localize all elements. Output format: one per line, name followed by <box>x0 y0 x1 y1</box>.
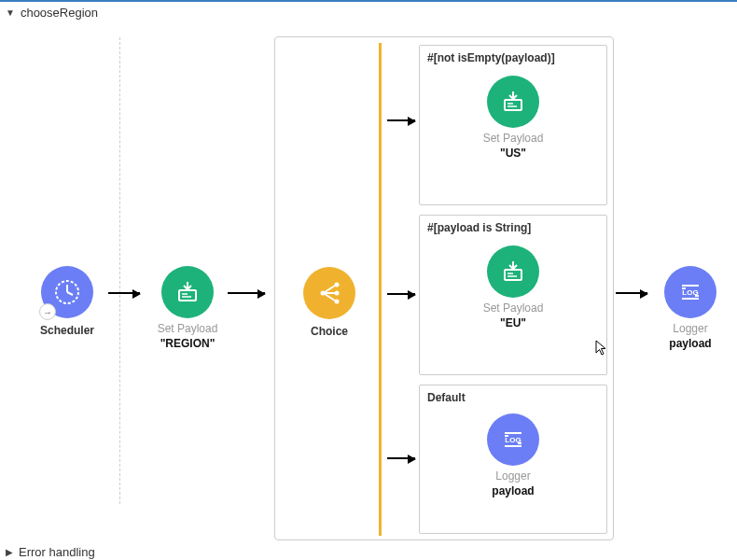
svg-rect-3 <box>179 290 196 301</box>
choice-label: Choice <box>292 325 367 338</box>
collapse-icon[interactable]: ▼ <box>6 7 15 18</box>
arrow-branch1 <box>387 119 415 121</box>
svg-line-10 <box>325 286 335 292</box>
branch1-set-payload-node[interactable]: Set Payload "US" <box>420 76 606 160</box>
choice-divider <box>379 43 382 536</box>
arrow-final <box>616 292 647 294</box>
logger-final-value: payload <box>655 337 726 350</box>
svg-point-8 <box>335 291 340 296</box>
set-payload-icon <box>487 76 539 128</box>
expand-icon[interactable]: ▶ <box>6 547 13 557</box>
scheduler-badge-icon: → <box>39 303 56 320</box>
scheduler-node[interactable]: → Scheduler <box>30 266 104 337</box>
branch1-title: #[not isEmpty(payload)] <box>420 46 606 70</box>
choice-scope: Choice #[not isEmpty(payload)] Set Paylo <box>274 36 614 540</box>
branch-box-2[interactable]: #[payload is String] Set Payload "EU" <box>419 215 607 375</box>
flow-divider <box>119 37 120 504</box>
branch-box-default[interactable]: Default LOG Logger payload <box>419 385 607 534</box>
set-payload-icon <box>161 266 214 318</box>
logger-icon: LOG <box>664 266 716 318</box>
flow-name-label: chooseRegion <box>21 6 98 20</box>
svg-rect-27 <box>682 287 686 289</box>
default-sublabel: Logger <box>420 469 606 483</box>
svg-rect-28 <box>695 295 699 297</box>
default-title: Default <box>420 385 606 410</box>
arrow-branch2 <box>387 293 415 295</box>
error-handling-header[interactable]: ▶ Error handling <box>0 541 737 560</box>
logger-final-sublabel: Logger <box>655 322 726 335</box>
default-value: payload <box>420 484 606 497</box>
branch2-set-payload-node[interactable]: Set Payload "EU" <box>420 245 606 329</box>
set-payload-icon <box>487 245 539 298</box>
svg-line-2 <box>67 292 73 295</box>
arrow-default <box>387 457 415 459</box>
svg-rect-13 <box>505 100 521 110</box>
set-payload-region-sublabel: Set Payload <box>147 322 228 335</box>
choice-node[interactable]: Choice <box>292 267 367 338</box>
set-payload-region-value: "REGION" <box>147 337 228 350</box>
svg-rect-22 <box>505 435 508 437</box>
default-logger-node[interactable]: LOG Logger payload <box>420 413 606 497</box>
logger-icon: LOG <box>487 413 539 466</box>
svg-rect-23 <box>518 442 521 444</box>
arrow-2 <box>228 292 265 294</box>
scheduler-icon: → <box>41 266 93 318</box>
svg-rect-16 <box>505 270 521 280</box>
scheduler-label: Scheduler <box>30 324 104 337</box>
svg-line-12 <box>325 294 335 301</box>
choice-icon <box>303 267 355 319</box>
flow-header[interactable]: ▼ chooseRegion <box>0 2 737 23</box>
error-handling-label: Error handling <box>19 545 95 559</box>
arrow-1 <box>108 292 140 294</box>
flow-canvas: → Scheduler Set Payload "REGION" <box>0 23 737 541</box>
branch-box-1[interactable]: #[not isEmpty(payload)] Set Payload "US" <box>419 45 607 205</box>
branch2-value: "EU" <box>420 316 606 329</box>
branch2-title: #[payload is String] <box>420 216 606 240</box>
branch1-sublabel: Set Payload <box>420 132 606 145</box>
set-payload-region-node[interactable]: Set Payload "REGION" <box>147 266 228 350</box>
cursor-icon <box>594 339 609 356</box>
branch2-sublabel: Set Payload <box>420 301 606 315</box>
logger-final-node[interactable]: LOG Logger payload <box>655 266 726 350</box>
branch1-value: "US" <box>420 147 606 160</box>
